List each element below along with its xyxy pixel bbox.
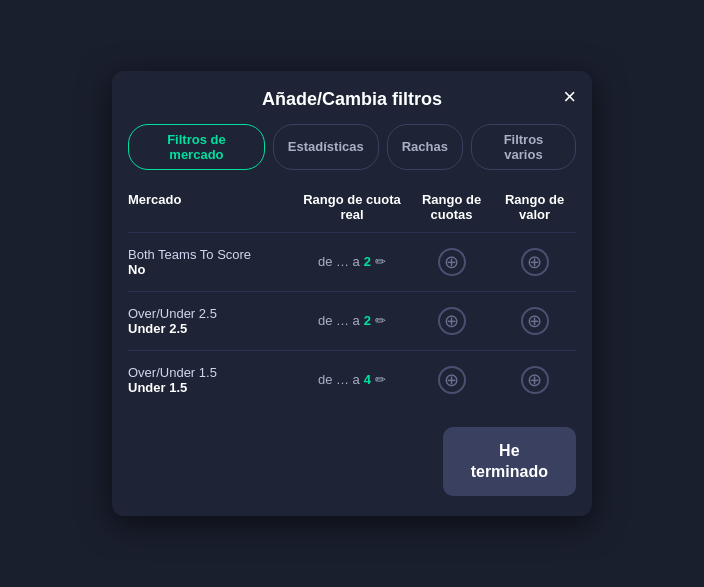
market-name-0: Both Teams To Score No [128,247,294,277]
col-header-mercado: Mercado [128,192,294,222]
market-name-2: Over/Under 1.5 Under 1.5 [128,365,294,395]
add-cuotas-0[interactable]: ⊕ [410,248,493,276]
tabs-container: Filtros de mercado Estadísticas Rachas F… [112,124,592,184]
done-button-container: He terminado [112,409,592,497]
circle-plus-icon-val-0: ⊕ [521,248,549,276]
range-real-1: de … a 2 ✏ [294,313,410,328]
edit-icon-1[interactable]: ✏ [375,313,386,328]
circle-plus-icon-0: ⊕ [438,248,466,276]
modal-header: Añade/Cambia filtros × [112,71,592,124]
done-button[interactable]: He terminado [443,427,576,497]
overlay-background: Añade/Cambia filtros × Filtros de mercad… [0,0,704,587]
close-button[interactable]: × [563,86,576,108]
tab-rachas[interactable]: Rachas [387,124,463,170]
filter-table: Mercado Rango de cuota real Rango de cuo… [112,184,592,409]
circle-plus-icon-2: ⊕ [438,366,466,394]
range-real-0: de … a 2 ✏ [294,254,410,269]
col-header-rango-cuotas: Rango de cuotas [410,192,493,222]
table-row: Both Teams To Score No de … a 2 ✏ ⊕ ⊕ [128,232,576,291]
circle-plus-icon-1: ⊕ [438,307,466,335]
range-real-2: de … a 4 ✏ [294,372,410,387]
market-name-1: Over/Under 2.5 Under 2.5 [128,306,294,336]
add-cuotas-2[interactable]: ⊕ [410,366,493,394]
circle-plus-icon-val-1: ⊕ [521,307,549,335]
edit-icon-0[interactable]: ✏ [375,254,386,269]
table-row: Over/Under 1.5 Under 1.5 de … a 4 ✏ ⊕ ⊕ [128,350,576,409]
col-header-rango-real: Rango de cuota real [294,192,410,222]
add-valor-2[interactable]: ⊕ [493,366,576,394]
circle-plus-icon-val-2: ⊕ [521,366,549,394]
tab-estadisticas[interactable]: Estadísticas [273,124,379,170]
table-header-row: Mercado Rango de cuota real Rango de cuo… [128,184,576,232]
modal-container: Añade/Cambia filtros × Filtros de mercad… [112,71,592,517]
tab-filtros-mercado[interactable]: Filtros de mercado [128,124,265,170]
modal-title: Añade/Cambia filtros [262,89,442,110]
add-cuotas-1[interactable]: ⊕ [410,307,493,335]
add-valor-0[interactable]: ⊕ [493,248,576,276]
edit-icon-2[interactable]: ✏ [375,372,386,387]
table-row: Over/Under 2.5 Under 2.5 de … a 2 ✏ ⊕ ⊕ [128,291,576,350]
col-header-rango-valor: Rango de valor [493,192,576,222]
add-valor-1[interactable]: ⊕ [493,307,576,335]
tab-filtros-varios[interactable]: Filtros varios [471,124,576,170]
